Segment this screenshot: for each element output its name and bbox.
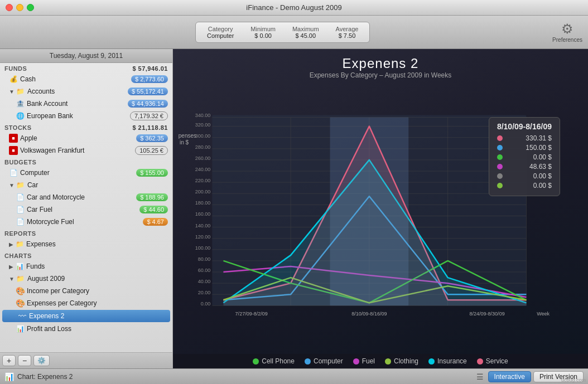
expenses-category-icon: 🎨 [16,299,25,308]
sidebar-item-expenses-category[interactable]: 🎨 Expenses per Category [0,297,172,309]
svg-text:200.00: 200.00 [195,189,211,195]
funds-total: $ 57,946.01 [132,65,168,72]
tooltip-row-2: 0.00 $ [497,153,552,161]
category-value: Computer [207,32,234,39]
chart-area: Expenens 2 Expenses By Category – August… [173,49,588,368]
interactive-button[interactable]: Interactive [488,371,531,382]
charts-label: CHARTS [4,252,32,259]
tooltip-row-0: 330.31 $ [497,134,552,142]
sidebar-item-car[interactable]: ▼ 📁 Car [0,179,172,191]
sidebar-item-expenens-2[interactable]: 〰 Expenens 2 [2,310,170,322]
svg-text:120.00: 120.00 [195,234,211,240]
tooltip-row-4: 0.00 $ [497,172,552,180]
title-bar: iFinance - Demo August 2009 [0,0,588,16]
svg-text:Week: Week [537,311,550,317]
tooltip-dot-1 [497,145,503,150]
chart-tooltip: 8/10/09-8/16/09 330.31 $ 150.00 $ 0.00 $… [489,117,560,196]
european-bank-icon: 🌐 [16,111,25,120]
tooltip-dot-0 [497,135,503,141]
sidebar-item-accounts[interactable]: ▼ 📁 Accounts $ 55,172.41 [0,85,172,98]
svg-text:100.00: 100.00 [195,245,211,251]
car-fuel-label: Car Fuel [27,206,139,213]
profit-loss-label: Profit and Loss [27,325,168,333]
expenses-category-label: Expenses per Category [27,299,168,307]
sidebar-item-computer[interactable]: 📄 Computer $ 155.00 [0,167,172,179]
legend-label-clothing: Clothing [394,357,418,365]
close-button[interactable] [6,4,13,11]
svg-text:260.00: 260.00 [195,155,211,161]
add-button[interactable]: + [2,355,16,366]
tooltip-dot-3 [497,164,503,169]
legend-dot-computer [305,358,311,364]
svg-text:80.00: 80.00 [198,256,211,262]
minimum-label: Minimum [250,26,276,32]
svg-text:280.00: 280.00 [195,144,211,150]
sidebar-item-european-bank[interactable]: 🌐 European Bank 7,179.32 € [0,110,172,122]
legend-label-insurance: Insurance [437,357,467,365]
status-menu-icon[interactable]: ☰ [476,372,484,381]
sidebar-item-volkswagen[interactable]: ■ Volkswagen Frankfurt 105.25 € [0,144,172,157]
gear-icon: ⚙ [561,21,573,37]
reports-section-header: REPORTS [0,228,172,238]
svg-text:340.00: 340.00 [195,113,211,118]
car-label: Car [27,181,168,189]
sidebar-item-august-2009[interactable]: ▼ 📁 August 2009 [0,273,172,285]
legend-label-fuel: Fuel [362,357,375,365]
expenens-label: Expenens 2 [29,312,166,320]
minimum-value: $ 0.00 [250,32,276,39]
chart-legend: Cell Phone Computer Fuel Clothing Insura… [173,354,588,368]
legend-label-service: Service [486,357,508,365]
preferences-label: Preferences [552,37,582,43]
sidebar-item-profit-loss[interactable]: 📊 Profit and Loss [0,323,172,335]
legend-dot-cellphone [253,358,259,364]
motorcycle-fuel-badge: $ 4.67 [143,218,168,226]
motorcycle-fuel-icon: 📄 [16,217,25,226]
august-icon: 📁 [16,274,25,283]
remove-button[interactable]: − [18,355,31,366]
stocks-section-header: STOCKS $ 21,118.81 [0,122,172,132]
accounts-triangle: ▼ [9,89,15,95]
category-col: Category Computer [207,26,234,39]
apple-label: Apple [20,134,136,142]
sidebar-item-income-category[interactable]: 🎨 Income per Category [0,285,172,297]
funds-chart-triangle: ▶ [9,264,13,270]
legend-item-computer: Computer [305,357,343,365]
average-label: Average [336,26,359,32]
maximum-label: Maximum [292,26,319,32]
sidebar-item-cash[interactable]: 💰 Cash $ 2,773.60 [0,73,172,85]
sidebar-item-bank-account[interactable]: 🏦 Bank Account $ 44,936.14 [0,98,172,110]
sidebar-item-funds[interactable]: ▶ 📊 Funds [0,260,172,273]
svg-text:220.00: 220.00 [195,178,211,183]
tooltip-dot-4 [497,173,503,179]
cash-label: Cash [20,75,131,83]
legend-dot-fuel [353,358,359,364]
settings-button[interactable]: ⚙️ [33,355,50,366]
cash-badge: $ 2,773.60 [131,75,168,83]
car-motorcycle-icon: 📄 [16,193,25,202]
tooltip-val-3: 48.63 $ [529,163,552,171]
svg-text:180.00: 180.00 [195,200,211,206]
sidebar-scroll[interactable]: FUNDS $ 57,946.01 💰 Cash $ 2,773.60 ▼ 📁 … [0,63,172,352]
legend-dot-insurance [428,358,435,364]
sidebar-item-car-motorcycle[interactable]: 📄 Car and Motorcycle $ 188.96 [0,191,172,203]
legend-item-fuel: Fuel [353,357,375,365]
sidebar-bottom: + − ⚙️ [0,352,172,368]
minimize-button[interactable] [16,4,23,11]
zoom-button[interactable] [27,4,34,11]
sidebar: Tuesday, August 9, 2011 FUNDS $ 57,946.0… [0,49,173,368]
volkswagen-label: Volkswagen Frankfurt [20,147,135,154]
stocks-total: $ 21,118.81 [132,124,168,131]
sidebar-item-apple[interactable]: ■ Apple $ 362.35 [0,132,172,144]
legend-item-service: Service [477,357,508,365]
computer-icon: 📄 [9,168,18,177]
sidebar-item-motorcycle-fuel[interactable]: 📄 Motorcycle Fuel $ 4.67 [0,216,172,228]
bank-account-badge: $ 44,936.14 [128,100,168,108]
preferences-button[interactable]: ⚙ Preferences [552,21,582,43]
tooltip-row-1: 150.00 $ [497,144,552,152]
car-motorcycle-badge: $ 188.96 [136,193,168,201]
sidebar-item-expenses[interactable]: ▶ 📁 Expenses [0,238,172,250]
chart-container: Expenses in $ 0.00 20.00 40.00 60.00 80.… [179,84,582,354]
tooltip-row-3: 48.63 $ [497,163,552,171]
sidebar-item-car-fuel[interactable]: 📄 Car Fuel $ 44.60 [0,203,172,216]
maximum-value: $ 45.00 [292,32,319,39]
